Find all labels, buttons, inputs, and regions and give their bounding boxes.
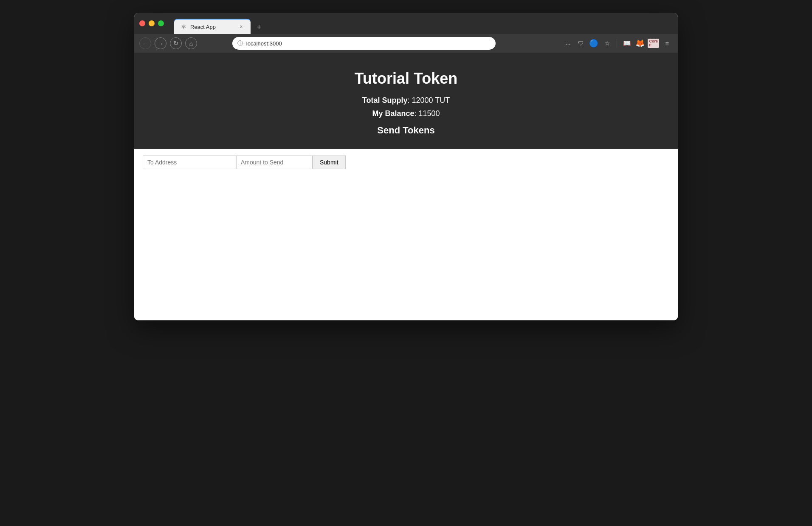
back-button[interactable]: ← (139, 37, 151, 49)
pocket-icon[interactable]: 🛡 (576, 38, 586, 48)
reload-button[interactable]: ↻ (170, 37, 182, 49)
home-button[interactable]: ⌂ (185, 37, 197, 49)
tab-favicon: ⚛ (180, 23, 187, 30)
toolbar-right: ··· 🛡 🔵 ☆ 📖 🦊 CorsE ≡ (562, 38, 673, 49)
info-icon: ⓘ (237, 40, 243, 47)
browser-window: ⚛ React App × + ← → ↻ ⌂ ⓘ localhost:3000… (134, 13, 678, 320)
tab-close-icon[interactable]: × (238, 23, 245, 30)
total-supply-label: Total Supply (362, 96, 408, 105)
submit-button[interactable]: Submit (313, 156, 346, 169)
amount-input[interactable] (236, 156, 313, 169)
maximize-button[interactable] (158, 20, 164, 26)
tab-bar: ⚛ React App × + (174, 13, 266, 34)
toolbar-separator (617, 39, 617, 48)
bookmark-icon[interactable]: ☆ (601, 38, 612, 49)
close-button[interactable] (139, 20, 145, 26)
my-balance-label: My Balance (372, 109, 414, 118)
send-tokens-heading: Send Tokens (143, 125, 669, 136)
app-title: Tutorial Token (143, 70, 669, 88)
tracking-icon[interactable]: 🔵 (589, 38, 599, 48)
cors-badge[interactable]: CorsE (648, 39, 659, 48)
page-body (134, 176, 678, 320)
active-tab[interactable]: ⚛ React App × (174, 19, 251, 34)
minimize-button[interactable] (149, 20, 155, 26)
my-balance-value: 11500 (419, 109, 440, 118)
title-bar: ⚛ React App × + (134, 13, 678, 34)
tab-title: React App (190, 24, 234, 30)
traffic-lights (139, 20, 164, 26)
firefox-account-icon[interactable]: 🦊 (635, 38, 645, 48)
url-text: localhost:3000 (246, 40, 282, 47)
total-supply-line: Total Supply: 12000 TUT (143, 96, 669, 105)
send-form: Submit (134, 149, 678, 176)
dots-menu-button[interactable]: ··· (562, 38, 573, 49)
total-supply-value: 12000 TUT (412, 96, 450, 105)
reader-view-icon[interactable]: 📖 (621, 38, 632, 49)
url-bar[interactable]: ⓘ localhost:3000 (232, 37, 496, 50)
new-tab-button[interactable]: + (252, 20, 266, 34)
page-content: Tutorial Token Total Supply: 12000 TUT M… (134, 53, 678, 320)
forward-button[interactable]: → (155, 37, 166, 49)
app-header: Tutorial Token Total Supply: 12000 TUT M… (134, 53, 678, 149)
my-balance-line: My Balance: 11500 (143, 109, 669, 118)
address-bar: ← → ↻ ⌂ ⓘ localhost:3000 ··· 🛡 🔵 ☆ 📖 🦊 C… (134, 34, 678, 53)
menu-button[interactable]: ≡ (662, 38, 673, 49)
to-address-input[interactable] (143, 156, 236, 169)
